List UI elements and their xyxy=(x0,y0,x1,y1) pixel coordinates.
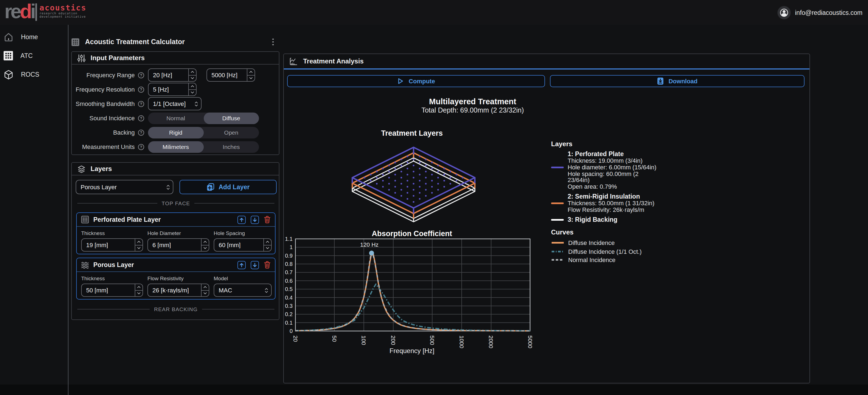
layers-panel: Layers Porous Layer Add Layer TOP FACE xyxy=(71,162,279,320)
sliders-icon xyxy=(77,54,86,62)
page-title: Acoustic Treatment Calculator xyxy=(85,38,185,46)
field-label: Backing xyxy=(72,129,135,136)
row-smoothing-bandwidth: Smoothing Bandwidth ? 1/1 [Octave] xyxy=(72,97,279,111)
field-label: Thickness xyxy=(81,275,143,282)
treatment-layers-diagram xyxy=(345,138,483,232)
svg-text:0.3: 0.3 xyxy=(285,303,292,309)
download-button[interactable]: Download xyxy=(550,75,805,87)
move-layer-up-button[interactable] xyxy=(238,216,246,224)
layer-color-swatch xyxy=(551,202,564,204)
frequency-max-input[interactable] xyxy=(207,69,247,81)
svg-text:120 Hz: 120 Hz xyxy=(360,241,379,248)
porous-thickness-input[interactable] xyxy=(82,284,135,296)
spin-up-button[interactable] xyxy=(202,239,209,245)
help-icon[interactable]: ? xyxy=(138,86,144,92)
hole-diameter-input[interactable] xyxy=(148,239,201,251)
field-flow-resistivity: Flow Resistivity xyxy=(148,275,209,297)
toggle-option-open[interactable]: Open xyxy=(204,127,259,138)
app-viewport: redi acoustics research education develo… xyxy=(0,0,868,395)
sidebar-item-label: ATC xyxy=(21,53,33,59)
select-value: 1/1 [Octave] xyxy=(149,100,192,107)
spin-down-button[interactable] xyxy=(189,90,196,95)
spin-down-button[interactable] xyxy=(135,245,143,251)
backing-toggle: Rigid Open xyxy=(148,127,259,138)
svg-text:1: 1 xyxy=(289,244,292,250)
more-options-button[interactable] xyxy=(273,38,274,45)
diagram-title: Treatment Layers xyxy=(284,129,540,137)
help-icon[interactable]: ? xyxy=(138,129,144,135)
account-area[interactable]: info@rediacoustics.com xyxy=(777,0,863,25)
sidebar-item-label: Home xyxy=(21,34,38,40)
delete-layer-button[interactable] xyxy=(264,216,271,223)
bottom-strip xyxy=(0,385,868,395)
move-layer-down-button[interactable] xyxy=(251,261,259,269)
legend-layer-entry: 1: Perforated PlateThickness: 19.00mm (3… xyxy=(551,151,659,190)
model-select[interactable]: MAC xyxy=(214,284,272,297)
add-layer-label: Add Layer xyxy=(219,184,250,190)
download-icon xyxy=(657,77,663,85)
spin-up-button[interactable] xyxy=(135,284,143,291)
delete-layer-button[interactable] xyxy=(264,261,271,269)
atc-title-row: Acoustic Treatment Calculator xyxy=(71,35,279,49)
toggle-option-inches[interactable]: Inches xyxy=(204,141,259,153)
spin-down-button[interactable] xyxy=(264,245,271,251)
chevron-updown-icon xyxy=(262,288,271,293)
help-icon[interactable]: ? xyxy=(138,72,144,78)
spin-up-button[interactable] xyxy=(189,83,196,90)
svg-text:1.1: 1.1 xyxy=(285,236,292,242)
field-label: Flow Resistivity xyxy=(148,275,209,282)
spin-down-button[interactable] xyxy=(202,245,209,251)
panel-title: Treatment Analysis xyxy=(303,57,364,65)
treatment-heading: Multilayered Treatment xyxy=(284,97,661,106)
hole-spacing-input[interactable] xyxy=(214,239,264,251)
help-icon[interactable]: ? xyxy=(138,115,144,121)
spin-up-button[interactable] xyxy=(189,69,196,75)
frequency-resolution-input[interactable] xyxy=(149,83,188,95)
toggle-option-milimeters[interactable]: Milimeters xyxy=(148,141,204,153)
move-layer-up-button[interactable] xyxy=(238,261,246,269)
move-layer-down-button[interactable] xyxy=(251,216,259,224)
download-label: Download xyxy=(669,78,698,85)
field-label: Frequency Range xyxy=(72,72,135,78)
sidebar-item-rocs[interactable]: ROCS xyxy=(0,68,66,81)
spin-down-button[interactable] xyxy=(247,75,254,81)
layer-card-title: Porous Layer xyxy=(93,262,134,268)
perforated-plate-icon xyxy=(81,216,89,223)
legend-layer-detail: Open area: 0.79% xyxy=(568,184,659,190)
sidebar-item-home[interactable]: Home xyxy=(0,30,66,43)
help-icon[interactable]: ? xyxy=(138,101,144,107)
play-icon xyxy=(397,78,404,85)
spin-down-button[interactable] xyxy=(135,291,143,296)
plate-thickness-input[interactable] xyxy=(82,239,135,251)
spin-down-button[interactable] xyxy=(202,291,209,296)
layer-type-select[interactable]: Porous Layer xyxy=(75,180,174,194)
flow-resistivity-input[interactable] xyxy=(148,284,201,296)
toggle-option-diffuse[interactable]: Diffuse xyxy=(204,112,259,124)
legend-layer-entry: 2: Semi-Rigid InsulationThickness: 50.00… xyxy=(551,193,659,213)
toggle-option-rigid[interactable]: Rigid xyxy=(148,127,204,138)
chevron-updown-icon xyxy=(192,101,201,106)
analysis-chart-icon xyxy=(289,57,298,65)
sidebar-item-atc[interactable]: ATC xyxy=(0,49,66,62)
redi-acoustics-logo: redi acoustics research education develo… xyxy=(4,1,86,23)
compute-button[interactable]: Compute xyxy=(287,75,545,87)
spin-up-button[interactable] xyxy=(247,69,254,75)
frequency-min-input[interactable] xyxy=(149,69,188,81)
measurement-units-toggle: Milimeters Inches xyxy=(148,141,259,153)
legend-layer-detail: Hole spacing: 60.00mm (2 23/64in) xyxy=(568,171,659,184)
home-icon xyxy=(3,32,14,42)
toggle-option-normal[interactable]: Normal xyxy=(148,112,204,124)
svg-text:0.2: 0.2 xyxy=(285,311,292,317)
spin-up-button[interactable] xyxy=(264,239,271,245)
account-email: info@rediacoustics.com xyxy=(795,9,863,16)
svg-text:50: 50 xyxy=(331,335,338,342)
smoothing-bandwidth-select[interactable]: 1/1 [Octave] xyxy=(148,97,202,110)
add-layer-button[interactable]: Add Layer xyxy=(180,180,277,194)
spin-up-button[interactable] xyxy=(135,239,143,245)
spin-up-button[interactable] xyxy=(202,284,209,291)
spinner xyxy=(188,69,196,81)
spin-down-button[interactable] xyxy=(189,75,196,81)
layer-card-perforated-plate: Perforated Plate Layer xyxy=(76,212,276,254)
help-icon[interactable]: ? xyxy=(138,144,144,150)
layer-color-swatch xyxy=(551,167,564,168)
